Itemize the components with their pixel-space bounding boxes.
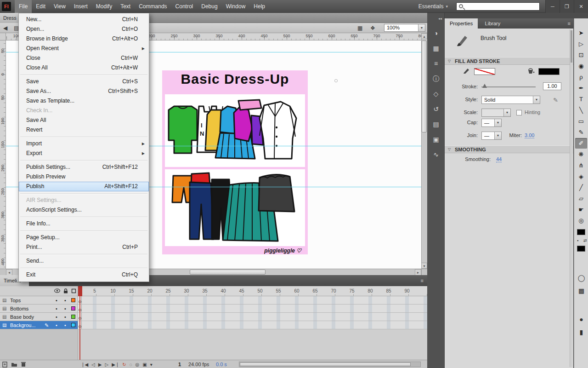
menu-view[interactable]: View bbox=[50, 0, 70, 13]
close-button[interactable]: ✕ bbox=[574, 0, 588, 13]
layer-lock-dot[interactable]: • bbox=[64, 321, 66, 329]
menu-text[interactable]: Text bbox=[116, 0, 135, 13]
brush-shape-icon[interactable]: ▮ bbox=[574, 328, 588, 336]
text-tool[interactable]: T bbox=[575, 94, 587, 104]
miter-value[interactable]: 3.00 bbox=[525, 132, 534, 138]
transform-panel-icon[interactable]: ◇ bbox=[427, 90, 445, 98]
restore-button[interactable]: ❐ bbox=[560, 0, 574, 13]
layer-frames[interactable] bbox=[78, 296, 427, 305]
tab-library[interactable]: Library bbox=[480, 18, 506, 29]
expand-panels-icon[interactable]: ◂◂ bbox=[438, 17, 442, 21]
layer-visible-dot[interactable]: • bbox=[56, 313, 57, 321]
bone-tool[interactable]: ⋔ bbox=[575, 160, 587, 171]
default-colors-icon[interactable]: ▪ bbox=[577, 238, 578, 243]
new-layer-button[interactable] bbox=[1, 361, 9, 368]
info-panel-icon[interactable]: ⓘ bbox=[427, 75, 445, 83]
layer-frames[interactable] bbox=[78, 305, 427, 313]
smoothing-value[interactable]: 44 bbox=[496, 156, 502, 162]
file-menu-item-open-recent[interactable]: Open Recent▶ bbox=[19, 44, 149, 53]
fill-and-stroke-section-header[interactable]: ▽ FILL AND STROKE bbox=[445, 57, 573, 65]
layer-row[interactable]: ▤Bottoms•• bbox=[0, 305, 427, 313]
file-menu-item-revert[interactable]: Revert bbox=[19, 125, 149, 135]
menu-control[interactable]: Control bbox=[171, 0, 198, 13]
zoom-select[interactable]: 100% ▾ bbox=[384, 24, 425, 32]
pen-tool[interactable]: ✒ bbox=[575, 83, 587, 93]
file-menu-item-browse-in-bridge[interactable]: Browse in BridgeCtrl+Alt+O bbox=[19, 34, 149, 44]
new-folder-button[interactable] bbox=[11, 361, 18, 368]
3d-rotation-tool[interactable]: ◉ bbox=[575, 61, 587, 71]
menu-edit[interactable]: Edit bbox=[32, 0, 50, 13]
frame-rate[interactable]: 24.00 fps bbox=[188, 360, 209, 368]
scroll-left-icon[interactable]: ◂ bbox=[6, 269, 12, 276]
swatches-panel-icon[interactable]: ▦ bbox=[427, 45, 445, 52]
layer-color-swatch[interactable] bbox=[71, 306, 75, 310]
vertical-scroll-thumb[interactable] bbox=[422, 40, 427, 132]
object-drawing-icon[interactable]: ◯ bbox=[574, 274, 588, 282]
swap-colors-icon[interactable]: ⇄ bbox=[583, 238, 587, 243]
scale-select[interactable]: ▾ bbox=[481, 109, 511, 117]
layer-name-cell[interactable]: ▤Tops•• bbox=[0, 296, 78, 305]
onion-skin-button[interactable]: ◌ bbox=[130, 362, 132, 367]
properties-scroll-thumb[interactable] bbox=[571, 30, 572, 63]
layer-frames[interactable] bbox=[78, 313, 427, 321]
layer-visible-dot[interactable]: • bbox=[56, 321, 57, 329]
layer-visible-dot[interactable]: • bbox=[56, 296, 57, 305]
file-menu-item-send[interactable]: Send... bbox=[19, 256, 149, 266]
layer-row[interactable]: ▤Tops•• bbox=[0, 296, 427, 305]
zoom-tool[interactable]: ◎ bbox=[575, 215, 587, 226]
components-panel-icon[interactable]: ▣ bbox=[427, 136, 445, 143]
file-menu-item-save-as-template[interactable]: Save as Template... bbox=[19, 96, 149, 106]
file-menu-item-file-info[interactable]: File Info... bbox=[19, 219, 149, 229]
file-menu-item-save[interactable]: SaveCtrl+S bbox=[19, 77, 149, 86]
stroke-color-swatch[interactable] bbox=[474, 68, 495, 75]
layer-name-cell[interactable]: ▤Base body•• bbox=[0, 313, 78, 321]
step-back-button[interactable]: ◁ bbox=[91, 362, 95, 367]
menu-debug[interactable]: Debug bbox=[197, 0, 221, 13]
horizontal-scroll-thumb[interactable] bbox=[190, 270, 266, 275]
chevron-down-icon[interactable]: ▾ bbox=[533, 96, 540, 104]
stroke-weight-slider[interactable] bbox=[481, 83, 536, 90]
chevron-down-icon[interactable]: ▾ bbox=[494, 119, 501, 126]
vertical-scrollbar[interactable]: ▴ ▾ bbox=[421, 33, 427, 269]
layer-name-cell[interactable]: ▤Backgrou...✎•• bbox=[0, 321, 78, 329]
subselection-tool[interactable]: ▷ bbox=[575, 39, 587, 49]
panel-menu-icon[interactable]: ≡ bbox=[568, 18, 571, 29]
line-tool[interactable]: ╲ bbox=[575, 105, 587, 115]
file-menu-item-new[interactable]: New...Ctrl+N bbox=[19, 15, 149, 24]
search-box[interactable] bbox=[456, 2, 540, 11]
delete-layer-button[interactable] bbox=[20, 361, 27, 368]
file-menu-item-save-all[interactable]: Save All bbox=[19, 115, 149, 125]
align-panel-icon[interactable]: ≡ bbox=[427, 60, 445, 67]
file-menu-item-import[interactable]: Import▶ bbox=[19, 139, 149, 149]
layer-row[interactable]: ▤Backgrou...✎•• bbox=[0, 321, 427, 329]
file-menu-item-publish-preview[interactable]: Publish Preview bbox=[19, 172, 149, 182]
elapsed-time[interactable]: 0.0 s bbox=[216, 360, 227, 368]
edit-symbols-icon[interactable]: ❖ bbox=[370, 23, 375, 33]
layer-color-swatch[interactable] bbox=[71, 315, 75, 319]
minimize-button[interactable]: ─ bbox=[545, 0, 560, 13]
brush-tool[interactable]: ✐ bbox=[575, 138, 587, 149]
fill-color-chip[interactable] bbox=[577, 246, 585, 252]
panel-menu-icon[interactable]: ≡ bbox=[421, 275, 424, 286]
menu-file[interactable]: File bbox=[15, 0, 32, 13]
file-menu-item-open[interactable]: Open...Ctrl+O bbox=[19, 24, 149, 34]
free-transform-tool[interactable]: ⊡ bbox=[575, 50, 587, 60]
current-frame[interactable]: 1 bbox=[178, 360, 181, 368]
layer-lock-dot[interactable]: • bbox=[64, 296, 66, 305]
edit-scene-icon[interactable]: ▦ bbox=[357, 23, 362, 33]
layer-color-swatch[interactable] bbox=[71, 323, 75, 327]
modify-markers-button[interactable]: ▾ bbox=[150, 362, 153, 367]
last-frame-button[interactable]: ▶❘ bbox=[112, 362, 119, 367]
scroll-down-icon[interactable]: ▾ bbox=[421, 263, 427, 269]
hinting-checkbox[interactable] bbox=[516, 110, 522, 115]
lock-column-icon[interactable] bbox=[63, 288, 68, 293]
menu-insert[interactable]: Insert bbox=[70, 0, 92, 13]
tab-properties[interactable]: Properties bbox=[445, 18, 478, 29]
onion-skin-outlines-button[interactable]: ◎ bbox=[136, 362, 140, 367]
chevron-down-icon[interactable]: ▾ bbox=[503, 109, 510, 116]
stroke-color-chip[interactable] bbox=[577, 229, 585, 235]
layer-frames[interactable] bbox=[78, 321, 427, 329]
properties-scrollbar[interactable] bbox=[570, 29, 573, 367]
library-panel-icon[interactable]: ▤ bbox=[427, 121, 445, 128]
menu-commands[interactable]: Commands bbox=[135, 0, 171, 13]
